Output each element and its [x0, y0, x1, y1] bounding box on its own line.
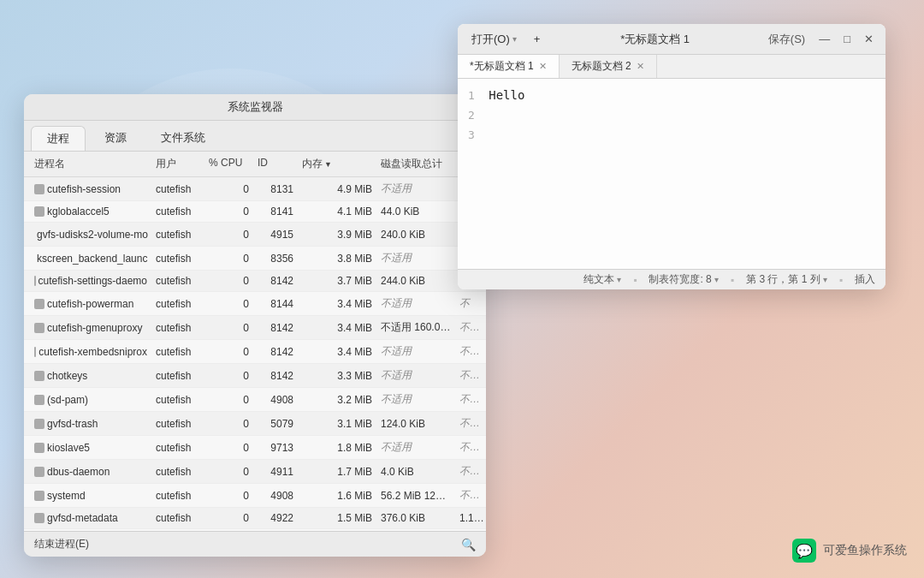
table-row[interactable]: cutefish-powerman cutefish 0 8144 3.4 Mi…	[24, 292, 486, 316]
cell-id: 4911	[254, 464, 297, 480]
table-row[interactable]: cutefish-session cutefish 0 8131 4.9 MiB…	[24, 177, 486, 201]
editor-tabs: *无标题文档 1 ✕ 无标题文档 2 ✕	[458, 55, 886, 79]
table-row[interactable]: chotkeys cutefish 0 8142 3.3 MiB 不适用 不适用	[24, 364, 486, 388]
table-row[interactable]: cutefish-gmenuproxy cutefish 0 8142 3.4 …	[24, 316, 486, 340]
proc-icon	[34, 299, 44, 309]
cell-cpu: 0	[205, 344, 252, 360]
minimize-btn[interactable]: —	[814, 31, 835, 47]
end-process-btn[interactable]: 结束进程(E)	[34, 537, 89, 551]
table-row[interactable]: gvfsd-trash cutefish 0 5079 3.1 MiB 124.…	[24, 412, 486, 436]
cell-disk: 不适用	[456, 486, 486, 504]
status-mode[interactable]: 纯文本 ▾	[583, 272, 621, 287]
status-tabwidth[interactable]: 制表符宽度: 8 ▾	[649, 272, 718, 287]
status-position[interactable]: 第 3 行，第 1 列 ▾	[746, 272, 827, 287]
save-btn[interactable]: 保存(S)	[763, 30, 810, 49]
wechat-icon: 💬	[792, 539, 816, 563]
tab-doc2-close[interactable]: ✕	[637, 61, 644, 72]
cell-id: 8141	[254, 204, 297, 219]
maximize-btn[interactable]: □	[838, 31, 856, 47]
cell-procname: cutefish-gmenuproxy	[31, 320, 151, 336]
cell-id: 8142	[254, 344, 297, 360]
cell-cpu: 0	[205, 510, 252, 526]
tab-doc2[interactable]: 无标题文档 2 ✕	[560, 55, 657, 78]
table-row[interactable]: kglobalaccel5 cutefish 0 8141 4.1 MiB 44…	[24, 201, 486, 223]
tab-filesystem[interactable]: 文件系统	[145, 126, 221, 151]
cell-cpu: 0	[205, 416, 252, 432]
cell-cpu: 0	[205, 204, 252, 219]
cell-mem: 3.1 MiB	[299, 416, 376, 432]
cell-mem: 1.5 MiB	[299, 510, 376, 526]
close-btn[interactable]: ✕	[859, 31, 879, 47]
cell-cpu: 0	[205, 440, 252, 456]
cell-user: cutefish	[152, 368, 204, 384]
table-row[interactable]: gvfs-udisks2-volume-mo cutefish 0 4915 3…	[24, 223, 486, 247]
table-row[interactable]: (sd-pam) cutefish 0 4908 3.2 MiB 不适用 不适用	[24, 388, 486, 412]
table-row[interactable]: gvfsd-metadata cutefish 0 4922 1.5 MiB 3…	[24, 508, 486, 529]
sep3: ▪	[839, 274, 843, 286]
cell-id: 8142	[254, 273, 297, 289]
cell-mem: 3.9 MiB	[299, 227, 376, 242]
table-row[interactable]: systemd cutefish 0 4908 1.6 MiB 56.2 MiB…	[24, 484, 486, 508]
proc-icon	[34, 371, 44, 381]
cell-diskread: 不适用	[377, 249, 454, 267]
editor-titlebar: 打开(O) ▾ + *无标题文档 1 保存(S) — □ ✕	[458, 24, 886, 55]
editor-window-title: *无标题文档 1	[550, 32, 759, 47]
tab-doc1[interactable]: *无标题文档 1 ✕	[458, 55, 560, 78]
proc-icon	[34, 206, 44, 217]
sort-arrow: ▼	[324, 160, 332, 169]
search-icon[interactable]: 🔍	[461, 538, 476, 551]
table-row[interactable]: cutefish-settings-daemo cutefish 0 8142 …	[24, 271, 486, 292]
cell-cpu: 0	[205, 488, 252, 504]
cell-id: 9713	[254, 440, 297, 456]
tabwidth-dropdown: ▾	[714, 275, 719, 284]
cell-mem: 3.7 MiB	[299, 273, 376, 289]
col-procname: 进程名	[31, 155, 151, 173]
cell-mem: 1.6 MiB	[299, 488, 376, 504]
cell-diskread: 56.2 MiB 123.9 Mi	[377, 488, 454, 504]
proc-icon	[34, 395, 44, 405]
open-menu-btn[interactable]: 打开(O) ▾	[465, 30, 524, 49]
table-row[interactable]: dbus-daemon cutefish 0 4911 1.7 MiB 4.0 …	[24, 460, 486, 484]
cell-cpu: 0	[205, 368, 252, 384]
tab-process[interactable]: 进程	[31, 126, 86, 151]
add-tab-btn[interactable]: +	[527, 31, 548, 47]
cell-diskread: 不适用	[377, 180, 454, 198]
cell-diskread: 4.0 KiB	[377, 464, 454, 480]
cell-procname: (sd-pam)	[31, 392, 151, 408]
cell-user: cutefish	[152, 488, 204, 504]
proc-icon	[34, 419, 44, 429]
status-insert[interactable]: 插入	[855, 272, 875, 287]
cell-cpu: 0	[205, 320, 252, 336]
cell-mem: 3.3 MiB	[299, 368, 376, 384]
cell-user: cutefish	[152, 320, 204, 336]
table-row[interactable]: cutefish-xembedsniprox cutefish 0 8142 3…	[24, 340, 486, 364]
cell-procname: kglobalaccel5	[31, 204, 151, 219]
cell-mem: 3.4 MiB	[299, 344, 376, 360]
cell-id: 4915	[254, 227, 297, 242]
tab-resource[interactable]: 资源	[89, 126, 142, 151]
cell-disk: 不适用	[456, 319, 486, 337]
open-dropdown-arrow: ▾	[512, 34, 517, 44]
cell-user: cutefish	[152, 510, 204, 526]
cell-diskread: 44.0 KiB	[377, 204, 454, 219]
table-row[interactable]: kscreen_backend_launc cutefish 0 8356 3.…	[24, 247, 486, 271]
table-row[interactable]: kioslave5 cutefish 0 9713 1.8 MiB 不适用 不适…	[24, 436, 486, 460]
editor-statusbar: 纯文本 ▾ ▪ 制表符宽度: 8 ▾ ▪ 第 3 行，第 1 列 ▾ ▪ 插入	[458, 269, 886, 289]
cell-cpu: 0	[205, 182, 252, 197]
cell-disk: 不适用	[456, 414, 486, 432]
proc-icon	[34, 513, 44, 523]
tab-doc1-close[interactable]: ✕	[539, 61, 547, 72]
line-num-1: 1	[468, 89, 475, 102]
col-mem[interactable]: 内存 ▼	[299, 155, 376, 173]
sep2: ▪	[731, 274, 734, 286]
position-dropdown: ▾	[823, 275, 827, 284]
editor-body[interactable]: 1 Hello 2 3	[458, 79, 886, 269]
cell-id: 8131	[254, 182, 297, 197]
col-cpu[interactable]: % CPU	[205, 155, 252, 173]
cell-disk: 不适用	[456, 390, 486, 408]
sysmon-title: 系统监视器	[228, 100, 283, 113]
proc-icon	[34, 491, 44, 501]
cell-mem: 1.8 MiB	[299, 440, 376, 456]
cell-procname: cutefish-session	[31, 182, 151, 197]
cell-disk: 不适用	[456, 366, 486, 384]
